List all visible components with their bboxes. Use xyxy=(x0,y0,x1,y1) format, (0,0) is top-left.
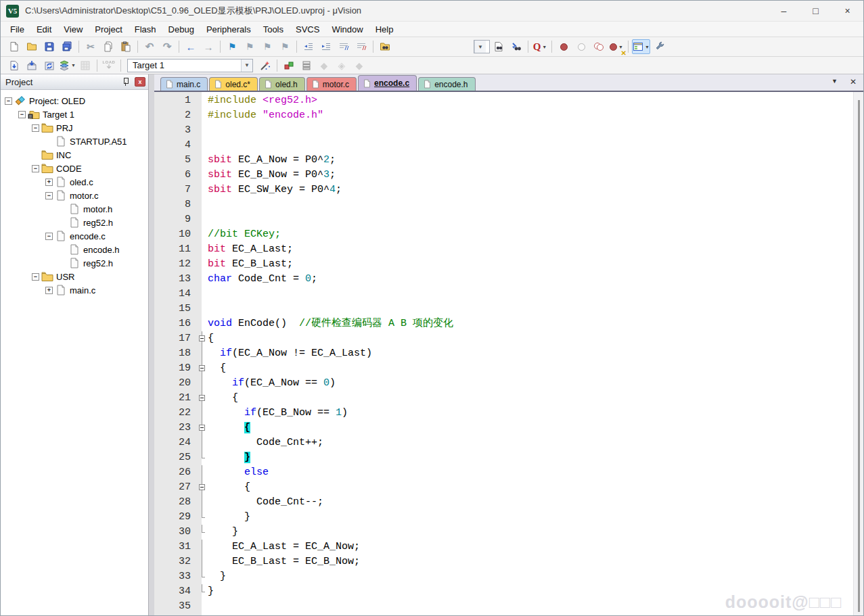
tree-item-encode-h[interactable]: encode.h xyxy=(1,243,148,256)
code-line[interactable]: 18 if(EC_A_Now != EC_A_Last) xyxy=(154,346,853,361)
maximize-button[interactable]: □ xyxy=(800,1,832,21)
breakpoint-kill-all-button[interactable]: ✕▼ xyxy=(608,39,624,54)
code-line[interactable]: 15 xyxy=(154,302,853,316)
code-text[interactable]: } xyxy=(208,510,853,525)
code-line[interactable]: 3 xyxy=(154,123,853,138)
batch-build-button[interactable]: ▼ xyxy=(59,58,76,73)
line-number[interactable]: 10 xyxy=(154,227,196,242)
code-text[interactable]: { xyxy=(208,480,853,495)
code-text[interactable]: bit EC_A_Last; xyxy=(208,242,853,257)
rebuild-all-button[interactable] xyxy=(41,58,58,73)
code-text[interactable]: if(EC_B_Now == 1) xyxy=(208,406,853,421)
code-text[interactable] xyxy=(208,599,853,614)
code-line[interactable]: 1#include <reg52.h> xyxy=(154,93,853,108)
line-number[interactable]: 33 xyxy=(154,569,196,584)
code-line[interactable]: 4 xyxy=(154,138,853,153)
code-line[interactable]: 20 if(EC_A_Now == 0) xyxy=(154,376,853,391)
line-number[interactable]: 22 xyxy=(154,406,196,421)
line-number[interactable]: 20 xyxy=(154,376,196,391)
bookmark-next-button[interactable]: ⚑ xyxy=(259,39,275,54)
close-document-icon[interactable]: ✕ xyxy=(850,78,857,86)
code-text[interactable]: //bit ECKey; xyxy=(208,227,853,242)
code-line[interactable]: 19 { xyxy=(154,361,853,376)
code-line[interactable]: 35 xyxy=(154,599,853,614)
comment-button[interactable] xyxy=(336,39,352,54)
code-text[interactable]: } xyxy=(208,569,853,584)
bookmark-toggle-button[interactable]: ⚑ xyxy=(224,39,240,54)
translate-file-button[interactable] xyxy=(6,58,22,73)
breakpoint-enable-button[interactable] xyxy=(573,39,589,54)
fold-collapse-icon[interactable] xyxy=(196,331,208,346)
tab-oled.c[interactable]: oled.c* xyxy=(209,77,258,91)
code-text[interactable]: { xyxy=(208,361,853,376)
code-text[interactable] xyxy=(208,302,853,316)
code-line[interactable]: 17{ xyxy=(154,331,853,346)
line-number[interactable]: 32 xyxy=(154,554,196,569)
line-number[interactable]: 27 xyxy=(154,480,196,495)
tree-expander-minus-icon[interactable]: − xyxy=(45,192,53,199)
code-text[interactable]: } xyxy=(208,584,853,599)
code-editor[interactable]: 1#include <reg52.h>2#include "encode.h"3… xyxy=(154,92,853,616)
code-line[interactable]: 8 xyxy=(154,197,853,212)
find-in-files-button[interactable] xyxy=(377,39,393,54)
code-line[interactable]: 6sbit EC_B_Now = P0^3; xyxy=(154,168,853,183)
line-number[interactable]: 16 xyxy=(154,316,196,331)
tree-item-code[interactable]: −CODE xyxy=(1,162,148,175)
minimize-button[interactable]: – xyxy=(768,1,800,21)
code-line[interactable]: 25 } xyxy=(154,450,853,465)
code-line[interactable]: 11bit EC_A_Last; xyxy=(154,242,853,257)
code-line[interactable]: 9 xyxy=(154,212,853,227)
code-text[interactable]: if(EC_A_Now != EC_A_Last) xyxy=(208,346,853,361)
line-number[interactable]: 11 xyxy=(154,242,196,257)
tree-expander-plus-icon[interactable]: + xyxy=(45,287,53,294)
fold-collapse-icon[interactable] xyxy=(196,421,208,435)
code-text[interactable]: #include <reg52.h> xyxy=(208,93,853,108)
line-number[interactable]: 8 xyxy=(154,197,196,212)
code-text[interactable]: sbit EC_B_Now = P0^3; xyxy=(208,168,853,183)
paste-icon[interactable] xyxy=(118,39,134,54)
tree-expander-minus-icon[interactable]: − xyxy=(5,97,12,105)
code-line[interactable]: 32 EC_B_Last = EC_B_Now; xyxy=(154,554,853,569)
new-file-button[interactable] xyxy=(6,39,22,54)
tab-encode.c[interactable]: encode.c xyxy=(358,75,417,91)
save-all-button[interactable] xyxy=(59,39,75,54)
cut-icon[interactable]: ✂ xyxy=(83,39,99,54)
copy-icon[interactable] xyxy=(100,39,116,54)
line-number[interactable]: 7 xyxy=(154,183,196,197)
breakpoint-disable-all-button[interactable] xyxy=(591,39,607,54)
menu-item-peripherals[interactable]: Peripherals xyxy=(200,24,257,34)
code-line[interactable]: 12bit EC_B_Last; xyxy=(154,257,853,272)
code-text[interactable]: sbit EC_SW_Key = P0^4; xyxy=(208,183,853,197)
menu-item-window[interactable]: Window xyxy=(325,24,369,34)
line-number[interactable]: 21 xyxy=(154,391,196,406)
pack-update-icon[interactable]: ◆ xyxy=(351,58,367,73)
menu-item-help[interactable]: Help xyxy=(369,24,400,34)
pin-icon[interactable] xyxy=(121,77,131,87)
open-file-button[interactable] xyxy=(24,39,40,54)
download-to-flash-button[interactable]: LOAD xyxy=(101,58,117,73)
save-button[interactable] xyxy=(41,39,58,54)
scrollbar-thumb[interactable] xyxy=(858,100,860,612)
code-text[interactable]: sbit EC_A_Now = P0^2; xyxy=(208,153,853,168)
code-line[interactable]: 16void EnCode() //硬件检查编码器 A B 项的变化 xyxy=(154,316,853,331)
navigate-back-button[interactable]: ← xyxy=(183,39,199,54)
vertical-scrollbar[interactable] xyxy=(853,92,863,616)
code-text[interactable]: { xyxy=(208,331,853,346)
line-number[interactable]: 31 xyxy=(154,540,196,554)
tree-item-oled-c[interactable]: +oled.c xyxy=(1,175,148,189)
find-text-combo[interactable]: ▼ xyxy=(474,40,490,53)
code-line[interactable]: 28 Code_Cnt--; xyxy=(154,495,853,510)
tab-oled.h[interactable]: oled.h xyxy=(259,77,305,91)
options-for-target-button[interactable] xyxy=(257,58,273,73)
tab-main.c[interactable]: main.c xyxy=(160,77,208,91)
tree-item-reg52-h[interactable]: reg52.h xyxy=(1,216,148,229)
build-button[interactable] xyxy=(24,58,40,73)
line-number[interactable]: 29 xyxy=(154,510,196,525)
code-text[interactable]: } xyxy=(208,450,853,465)
code-line[interactable]: 23 { xyxy=(154,421,853,435)
code-text[interactable]: } xyxy=(208,525,853,540)
line-number[interactable]: 28 xyxy=(154,495,196,510)
line-number[interactable]: 23 xyxy=(154,421,196,435)
tree-item-prj[interactable]: −PRJ xyxy=(1,121,148,135)
close-button[interactable]: × xyxy=(832,1,863,21)
